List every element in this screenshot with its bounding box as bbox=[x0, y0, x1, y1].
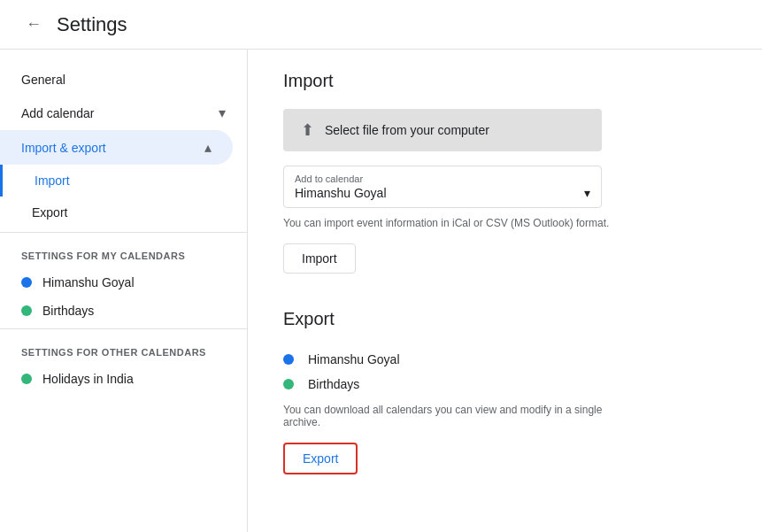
upload-icon: ⬆ bbox=[301, 120, 314, 140]
sidebar-calendar-holidays[interactable]: Holidays in India bbox=[0, 365, 247, 393]
birthdays-label: Birthdays bbox=[42, 304, 94, 318]
export-birthdays-dot-icon bbox=[283, 379, 294, 389]
divider-1 bbox=[0, 232, 247, 233]
export-calendar-himanshu: Himanshu Goyal bbox=[283, 347, 727, 372]
export-title: Export bbox=[283, 309, 727, 329]
selected-calendar-value: Himanshu Goyal bbox=[295, 186, 387, 200]
settings-my-calendars-title: Settings for my calendars bbox=[0, 236, 247, 268]
main-content: Import ⬆ Select file from your computer … bbox=[248, 50, 762, 532]
add-calendar-label: Add calendar bbox=[21, 106, 95, 120]
export-hint-text: You can download all calendars you can v… bbox=[283, 404, 620, 428]
sidebar-calendar-birthdays[interactable]: Birthdays bbox=[0, 297, 247, 325]
dropdown-chevron-icon: ▾ bbox=[584, 186, 590, 200]
export-button[interactable]: Export bbox=[283, 443, 358, 474]
export-section: Export Himanshu Goyal Birthdays You can … bbox=[283, 309, 727, 474]
chevron-down-icon: ▾ bbox=[219, 104, 226, 121]
page-title: Settings bbox=[57, 13, 127, 36]
divider-2 bbox=[0, 328, 247, 329]
export-birthdays-label: Birthdays bbox=[308, 377, 359, 391]
content-area: General Add calendar ▾ Import & export ▴… bbox=[0, 50, 762, 532]
header: ← Settings bbox=[0, 0, 762, 50]
sidebar-calendar-himanshu[interactable]: Himanshu Goyal bbox=[0, 268, 247, 297]
import-export-submenu: Import Export bbox=[0, 165, 247, 228]
holidays-label: Holidays in India bbox=[42, 372, 134, 386]
chevron-up-icon: ▴ bbox=[204, 139, 212, 156]
back-arrow-icon: ← bbox=[26, 15, 42, 34]
import-section: Import ⬆ Select file from your computer … bbox=[283, 71, 727, 274]
select-file-button[interactable]: ⬆ Select file from your computer bbox=[283, 109, 602, 151]
add-to-calendar-dropdown[interactable]: Add to calendar Himanshu Goyal ▾ bbox=[283, 166, 602, 208]
settings-other-calendars-title: Settings for other calendars bbox=[0, 333, 247, 365]
sidebar-item-import[interactable]: Import bbox=[0, 165, 247, 197]
export-calendar-birthdays: Birthdays bbox=[283, 372, 727, 397]
sidebar-item-general[interactable]: General bbox=[0, 64, 247, 96]
calendar-select[interactable]: Himanshu Goyal ▾ bbox=[295, 186, 590, 200]
import-hint-text: You can import event information in iCal… bbox=[283, 217, 620, 229]
select-file-label: Select file from your computer bbox=[325, 123, 489, 137]
himanshu-dot-icon bbox=[21, 277, 32, 288]
import-button[interactable]: Import bbox=[283, 243, 356, 274]
import-export-label: Import & export bbox=[21, 141, 106, 155]
sidebar-item-add-calendar[interactable]: Add calendar ▾ bbox=[0, 96, 247, 130]
holidays-dot-icon bbox=[21, 374, 32, 384]
birthdays-dot-icon bbox=[21, 305, 32, 316]
sidebar-item-import-export[interactable]: Import & export ▴ bbox=[0, 130, 233, 165]
himanshu-label: Himanshu Goyal bbox=[42, 275, 135, 289]
add-to-calendar-label: Add to calendar bbox=[295, 173, 590, 184]
sidebar-item-export[interactable]: Export bbox=[0, 197, 247, 228]
import-title: Import bbox=[283, 71, 727, 91]
export-himanshu-label: Himanshu Goyal bbox=[308, 352, 400, 366]
export-himanshu-dot-icon bbox=[283, 354, 294, 365]
sidebar: General Add calendar ▾ Import & export ▴… bbox=[0, 50, 248, 532]
back-button[interactable]: ← bbox=[18, 9, 50, 41]
